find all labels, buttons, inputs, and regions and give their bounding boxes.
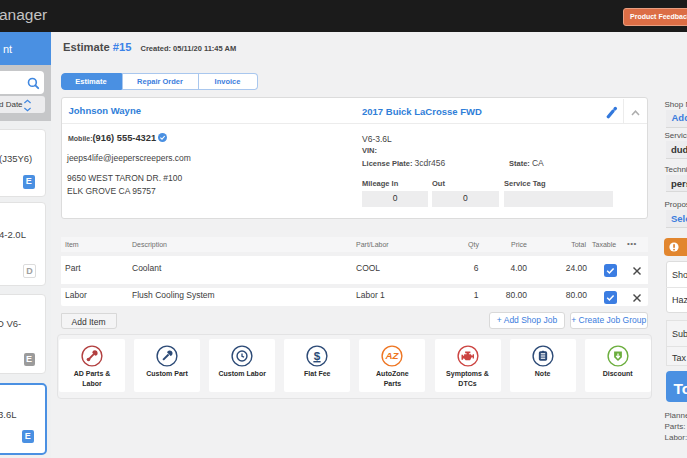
svg-text:$: $ — [314, 349, 321, 362]
svg-text:AZ: AZ — [385, 350, 400, 361]
